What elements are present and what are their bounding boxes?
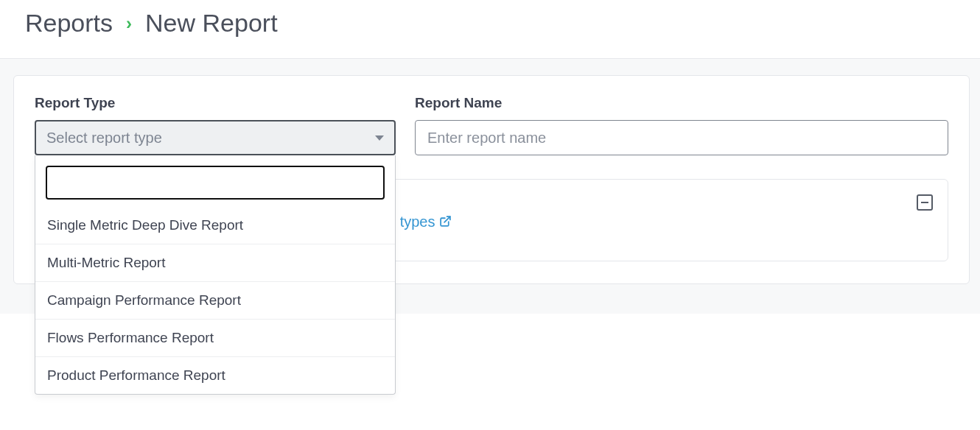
svg-line-0 (445, 216, 451, 222)
report-type-placeholder: Select report type (46, 130, 162, 147)
caret-down-icon (375, 135, 384, 141)
dropdown-option[interactable]: Flows Performance Report (35, 319, 395, 356)
report-name-label: Report Name (415, 95, 948, 111)
dropdown-option[interactable]: Single Metric Deep Dive Report (35, 207, 395, 244)
report-type-dropdown: Single Metric Deep Dive Report Multi-Met… (35, 155, 396, 395)
dropdown-list: Single Metric Deep Dive Report Multi-Met… (35, 207, 395, 394)
dropdown-search-input[interactable] (46, 166, 385, 200)
report-name-field: Report Name (415, 95, 948, 155)
external-link-icon (439, 214, 452, 231)
dropdown-option[interactable]: Product Performance Report (35, 356, 395, 394)
dropdown-option[interactable]: Campaign Performance Report (35, 281, 395, 319)
report-name-input[interactable] (415, 120, 948, 155)
report-type-label: Report Type (35, 95, 396, 111)
dropdown-search-wrap (35, 155, 395, 207)
dropdown-option[interactable]: Multi-Metric Report (35, 244, 395, 281)
report-type-field: Report Type Select report type Single Me… (35, 95, 396, 155)
form-row: Report Type Select report type Single Me… (35, 95, 948, 155)
page-body: Report Type Select report type Single Me… (0, 59, 980, 314)
report-type-select[interactable]: Select report type (35, 120, 396, 155)
breadcrumb: Reports › New Report (0, 0, 980, 58)
report-card: Report Type Select report type Single Me… (13, 75, 970, 284)
minus-icon (921, 202, 928, 203)
breadcrumb-current: New Report (145, 9, 278, 38)
collapse-button[interactable] (917, 194, 933, 211)
breadcrumb-root[interactable]: Reports (25, 9, 113, 38)
chevron-right-icon: › (126, 15, 132, 32)
